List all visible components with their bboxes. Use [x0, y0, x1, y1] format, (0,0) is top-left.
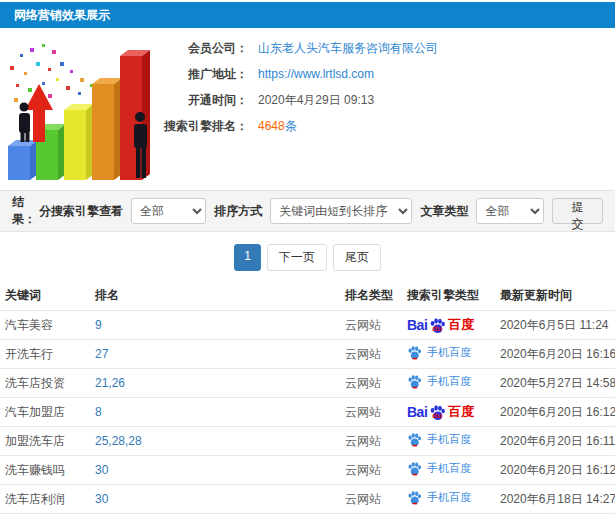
mobile-baidu-badge: 手机百度	[407, 490, 471, 505]
open-time-label: 开通时间：	[162, 92, 248, 109]
rank-cell: 27	[90, 340, 340, 369]
engine-cell: Bai du 百度	[402, 311, 495, 340]
rank-link[interactable]: 30	[95, 492, 108, 506]
account-info-fields: 会员公司： 山东老人头汽车服务咨询有限公司 推广地址： https://www.…	[162, 28, 615, 190]
baidu-logo: Bai du 百度	[407, 403, 474, 421]
rank-link[interactable]: 8	[95, 405, 102, 419]
rank-link[interactable]: 25,28,28	[95, 434, 142, 448]
rank-link[interactable]: 9	[95, 318, 102, 332]
sort-label: 排序方式	[214, 203, 262, 220]
page-button-1[interactable]: 1	[234, 244, 261, 271]
engine-cell: Bai du 百度	[402, 456, 495, 485]
field-company: 会员公司： 山东老人头汽车服务咨询有限公司	[162, 38, 615, 58]
rank-type-cell: 云网站	[340, 427, 402, 456]
mobile-baidu-badge: 手机百度	[407, 345, 471, 360]
baidu-logo-du-text: du	[432, 324, 442, 333]
keyword-cell: 汽车美容	[0, 311, 90, 340]
rank-type-cell: 云网站	[340, 514, 402, 520]
rank-type-cell: 云网站	[340, 340, 402, 369]
baidu-logo-cn-text: 百度	[448, 316, 474, 334]
baidu-logo-bai-text: Bai	[407, 317, 427, 333]
rank-link[interactable]: 21,26	[95, 376, 125, 390]
account-info-section: 会员公司： 山东老人头汽车服务咨询有限公司 推广地址： https://www.…	[0, 28, 615, 190]
sort-select[interactable]: 关键词由短到长排序	[270, 198, 412, 224]
mobile-baidu-label: 手机百度	[427, 490, 471, 505]
baidu-logo-cn-text: 百度	[448, 403, 474, 421]
engine-cell: Bai du 百度	[402, 340, 495, 369]
rank-link[interactable]: 27	[95, 347, 108, 361]
rank-type-cell: 云网站	[340, 456, 402, 485]
growth-chart-illustration	[0, 28, 162, 190]
baidu-logo-bai-text: Bai	[407, 404, 427, 420]
article-type-label: 文章类型	[420, 203, 468, 220]
company-link[interactable]: 山东老人头汽车服务咨询有限公司	[258, 40, 438, 57]
baidu-paw-icon: du	[429, 317, 446, 334]
company-label: 会员公司：	[162, 40, 248, 57]
filter-controls: 分搜索引擎查看 全部 排序方式 关键词由短到长排序 文章类型 全部 提交	[39, 198, 603, 224]
bar-chart-clipart-icon	[0, 28, 162, 190]
submit-button[interactable]: 提交	[552, 198, 603, 224]
table-row: 洗车店加盟 3 云网站 Bai du 百度	[0, 514, 615, 520]
update-time-cell: 2020年6月20日 16:12	[495, 398, 615, 427]
field-open-time: 开通时间： 2020年4月29日 09:13	[162, 90, 615, 110]
field-promo-url: 推广地址： https://www.lrtlsd.com	[162, 64, 615, 84]
engine-cell: Bai du 百度	[402, 398, 495, 427]
mobile-baidu-badge: 手机百度	[407, 374, 471, 389]
rank-count-number: 4648	[258, 119, 285, 133]
ranking-table: 关键词 排名 排名类型 搜索引擎类型 最新更新时间 汽车美容 9 云网站 Bai	[0, 281, 615, 520]
rank-type-cell: 云网站	[340, 311, 402, 340]
rank-cell: 21,26	[90, 369, 340, 398]
next-page-button[interactable]: 下一页	[267, 244, 327, 271]
rank-cell: 3	[90, 514, 340, 520]
mobile-baidu-paw-icon	[407, 490, 422, 505]
keyword-cell: 洗车店投资	[0, 369, 90, 398]
promo-url-link[interactable]: https://www.lrtlsd.com	[258, 67, 374, 81]
header-keyword: 关键词	[0, 281, 90, 311]
mobile-baidu-badge: 手机百度	[407, 432, 471, 447]
baidu-logo: Bai du 百度	[407, 316, 474, 334]
engine-cell: Bai du 百度	[402, 427, 495, 456]
rank-link[interactable]: 30	[95, 463, 108, 477]
engine-cell: Bai du 百度	[402, 514, 495, 520]
article-type-select[interactable]: 全部	[476, 198, 544, 224]
header-engine-type: 搜索引擎类型	[402, 281, 495, 311]
table-row: 汽车美容 9 云网站 Bai du 百度	[0, 311, 615, 340]
rank-type-cell: 云网站	[340, 369, 402, 398]
rank-cell: 8	[90, 398, 340, 427]
rank-cell: 25,28,28	[90, 427, 340, 456]
mobile-baidu-paw-icon	[407, 432, 422, 447]
open-time-value: 2020年4月29日 09:13	[258, 92, 374, 109]
keyword-cell: 洗车店利润	[0, 485, 90, 514]
mobile-baidu-label: 手机百度	[427, 374, 471, 389]
keyword-cell: 开洗车行	[0, 340, 90, 369]
rank-count-label: 搜索引擎排名：	[162, 118, 248, 135]
header-update-time: 最新更新时间	[495, 281, 615, 311]
update-time-cell: 2020年6月20日 16:12	[495, 456, 615, 485]
rank-cell: 30	[90, 485, 340, 514]
table-row: 加盟洗车店 25,28,28 云网站 Bai du 百度	[0, 427, 615, 456]
rank-cell: 30	[90, 456, 340, 485]
result-label: 结果：	[12, 194, 39, 228]
last-page-button[interactable]: 尾页	[333, 244, 381, 271]
mobile-baidu-badge: 手机百度	[407, 461, 471, 476]
rank-count-unit: 条	[285, 119, 297, 133]
table-row: 洗车店利润 30 云网站 Bai du 百度	[0, 485, 615, 514]
field-rank-count: 搜索引擎排名： 4648条	[162, 116, 615, 136]
keyword-cell: 加盟洗车店	[0, 427, 90, 456]
filter-bar: 结果： 分搜索引擎查看 全部 排序方式 关键词由短到长排序 文章类型 全部 提交	[0, 190, 615, 232]
promo-url-label: 推广地址：	[162, 66, 248, 83]
engine-filter-select[interactable]: 全部	[131, 198, 206, 224]
pagination: 1 下一页 尾页	[0, 244, 615, 271]
update-time-cell: 2020年6月18日 14:27	[495, 485, 615, 514]
table-row: 汽车加盟店 8 云网站 Bai du 百度	[0, 398, 615, 427]
table-row: 洗车店投资 21,26 云网站 Bai du 百度	[0, 369, 615, 398]
table-header-row: 关键词 排名 排名类型 搜索引擎类型 最新更新时间	[0, 281, 615, 311]
keyword-cell: 洗车赚钱吗	[0, 456, 90, 485]
update-time-cell: 2020年6月20日 16:16	[495, 340, 615, 369]
update-time-cell: 2020年6月5日 11:24	[495, 311, 615, 340]
mobile-baidu-paw-icon	[407, 461, 422, 476]
baidu-paw-icon: du	[429, 404, 446, 421]
baidu-logo-du-text: du	[432, 411, 442, 420]
mobile-baidu-label: 手机百度	[427, 461, 471, 476]
keyword-cell: 汽车加盟店	[0, 398, 90, 427]
